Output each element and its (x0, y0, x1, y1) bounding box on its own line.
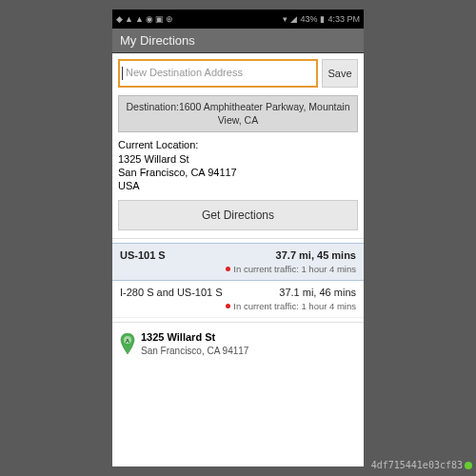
get-directions-button[interactable]: Get Directions (118, 200, 358, 230)
route-name: US-101 S (120, 249, 166, 261)
route-option-1[interactable]: US-101 S 37.7 mi, 45 mins In current tra… (112, 243, 364, 281)
route-summary: 37.7 mi, 45 mins (276, 249, 356, 261)
save-label: Save (327, 68, 351, 79)
destination-input[interactable]: New Destination Address (118, 59, 318, 88)
input-row: New Destination Address Save (112, 53, 364, 93)
current-location: Current Location: 1325 Willard St San Fr… (112, 138, 364, 198)
svg-text:A: A (126, 338, 130, 344)
input-placeholder: New Destination Address (126, 67, 243, 78)
clock: 4:33 PM (327, 14, 360, 24)
save-button[interactable]: Save (322, 59, 358, 88)
status-dot-icon (465, 462, 472, 469)
divider (112, 238, 364, 239)
route-summary: 37.1 mi, 46 mins (279, 287, 356, 298)
text-cursor (122, 67, 123, 80)
sync-icon: ◉ (146, 14, 153, 24)
status-right-icons: ▾ ◢ 43% ▮ 4:33 PM (283, 14, 360, 24)
gps-icon: ◆ (116, 14, 123, 24)
status-bar: ◆ ▲ ▲ ◉ ▣ ⊕ ▾ ◢ 43% ▮ 4:33 PM (112, 10, 364, 29)
device-id: 4df715441e03cf83 (371, 460, 463, 470)
marker-a-icon: A (120, 333, 135, 354)
app-title: My Directions (120, 33, 195, 48)
origin-text: 1325 Willard St San Francisco, CA 94117 (141, 330, 248, 356)
phone-frame: ◆ ▲ ▲ ◉ ▣ ⊕ ▾ ◢ 43% ▮ 4:33 PM My Directi… (112, 10, 364, 466)
get-dir-label: Get Directions (202, 208, 274, 222)
route-traffic: In current traffic: 1 hour 4 mins (233, 264, 356, 274)
warning-icon: ▲ (125, 14, 133, 24)
traffic-dot-icon (226, 304, 230, 308)
route-option-2[interactable]: I-280 S and US-101 S 37.1 mi, 46 mins In… (112, 281, 364, 318)
signal-icon: ◢ (290, 14, 297, 24)
status-left-icons: ◆ ▲ ▲ ◉ ▣ ⊕ (116, 14, 173, 24)
app-body: New Destination Address Save Destination… (112, 53, 364, 466)
origin-sub: San Francisco, CA 94117 (141, 345, 248, 357)
wifi-icon: ▾ (283, 14, 288, 24)
loc-line2: San Francisco, CA 94117 (118, 166, 358, 179)
origin-row[interactable]: A 1325 Willard St San Francisco, CA 9411… (112, 322, 364, 364)
loc-line3: USA (118, 179, 358, 192)
usb-icon: ⊕ (166, 14, 173, 24)
destination-text: Destination:1600 Amphitheater Parkway, M… (126, 101, 349, 126)
loc-line1: 1325 Willard St (118, 152, 358, 166)
nfc-icon: ▣ (155, 14, 164, 24)
battery-pct: 43% (300, 14, 317, 24)
destination-banner[interactable]: Destination:1600 Amphitheater Parkway, M… (118, 95, 358, 132)
origin-title: 1325 Willard St (141, 330, 248, 344)
app-header: My Directions (112, 29, 364, 53)
route-traffic: In current traffic: 1 hour 4 mins (233, 301, 356, 311)
traffic-dot-icon (226, 267, 230, 271)
warning-icon-2: ▲ (135, 14, 144, 24)
loc-label: Current Location: (118, 138, 358, 151)
battery-icon: ▮ (320, 14, 325, 24)
route-name: I-280 S and US-101 S (120, 287, 223, 298)
